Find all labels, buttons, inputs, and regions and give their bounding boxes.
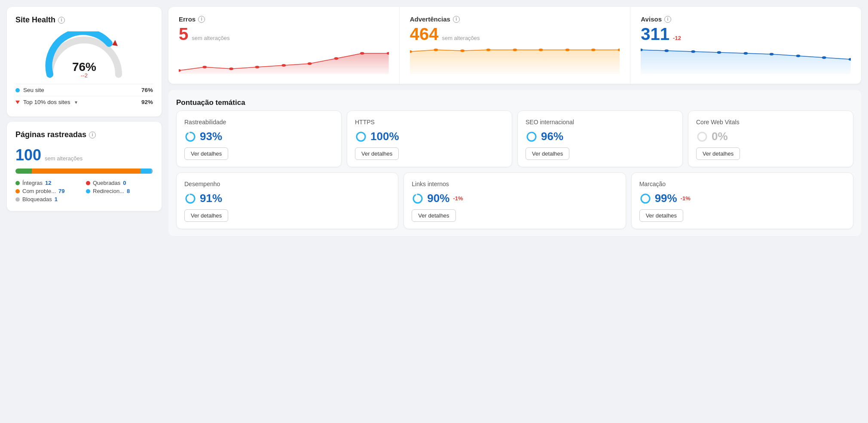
svg-point-9 bbox=[360, 52, 364, 55]
scores-top-row: Rastreabilidade 93% Ver detalhes HTTPS bbox=[176, 110, 853, 167]
score-marcacao: Marcação 99% -1% Ver detalhes bbox=[631, 172, 853, 229]
links-internos-value-row: 90% -1% bbox=[412, 192, 617, 205]
rastreabilidade-details-btn[interactable]: Ver detalhes bbox=[184, 147, 228, 160]
links-internos-title: Links internos bbox=[412, 181, 617, 187]
marcacao-percent: 99% bbox=[655, 192, 677, 205]
redirecionadas-label: Redirecion... bbox=[93, 188, 124, 194]
bloqueadas-dot bbox=[15, 197, 20, 202]
desempenho-title: Desempenho bbox=[184, 181, 390, 187]
legend-problemas: Com proble... 79 bbox=[15, 188, 83, 194]
svg-point-23 bbox=[665, 49, 669, 52]
legend-row-seu-site: Seu site 76% bbox=[15, 84, 153, 96]
advertencias-sub: sem alterações bbox=[442, 35, 480, 41]
site-health-info-icon[interactable]: i bbox=[58, 17, 65, 24]
avisos-label: Avisos i bbox=[641, 15, 851, 23]
legend-redirecionadas: Redirecion... 8 bbox=[86, 188, 153, 194]
svg-point-27 bbox=[770, 53, 774, 55]
core-web-vitals-title: Core Web Vitals bbox=[696, 119, 845, 126]
top-sites-icon bbox=[15, 101, 20, 104]
links-internos-percent: 90% bbox=[427, 192, 449, 205]
pages-info-icon[interactable]: i bbox=[89, 132, 96, 138]
links-internos-circle-icon bbox=[412, 193, 424, 205]
core-web-vitals-details-btn[interactable]: Ver detalhes bbox=[696, 147, 740, 160]
erros-sub: sem alterações bbox=[192, 35, 229, 41]
svg-point-34 bbox=[357, 132, 365, 141]
svg-point-7 bbox=[308, 62, 312, 65]
main-content: Erros i 5 sem alterações bbox=[168, 7, 861, 416]
links-internos-details-btn[interactable]: Ver detalhes bbox=[412, 209, 455, 222]
svg-point-43 bbox=[641, 194, 650, 203]
bar-integras bbox=[15, 169, 32, 174]
marcacao-delta: -1% bbox=[681, 195, 691, 202]
redirecionadas-dot bbox=[86, 189, 90, 193]
svg-point-39 bbox=[186, 194, 195, 203]
svg-point-3 bbox=[202, 66, 207, 68]
svg-point-17 bbox=[538, 49, 543, 51]
svg-point-8 bbox=[334, 57, 339, 60]
stat-avisos: Avisos i 311 -12 bbox=[630, 7, 861, 84]
seo-internacional-details-btn[interactable]: Ver detalhes bbox=[526, 147, 569, 160]
svg-point-28 bbox=[796, 55, 801, 57]
svg-point-14 bbox=[460, 49, 465, 52]
advertencias-info-icon[interactable]: i bbox=[453, 16, 460, 23]
desempenho-details-btn[interactable]: Ver detalhes bbox=[184, 209, 228, 222]
integras-value: 12 bbox=[45, 180, 51, 186]
rastreabilidade-percent: 93% bbox=[200, 130, 222, 143]
svg-point-32 bbox=[186, 132, 195, 141]
redirecionadas-value: 8 bbox=[127, 188, 130, 194]
score-links-internos: Links internos 90% -1% Ver detalhes bbox=[403, 172, 626, 229]
svg-point-19 bbox=[591, 49, 596, 51]
legend-bloqueadas: Bloqueadas 1 bbox=[15, 196, 83, 202]
seu-site-dot bbox=[15, 88, 20, 92]
avisos-number-row: 311 -12 bbox=[641, 25, 851, 44]
erros-chart bbox=[179, 48, 389, 74]
quebradas-value: 0 bbox=[123, 180, 126, 186]
legend-quebradas: Quebradas 0 bbox=[86, 180, 153, 186]
svg-point-26 bbox=[744, 52, 748, 55]
thematic-title: Pontuação temática bbox=[176, 97, 853, 110]
quebradas-dot bbox=[86, 181, 90, 185]
problemas-value: 79 bbox=[58, 188, 64, 194]
marcacao-circle-icon bbox=[639, 193, 651, 205]
integras-label: Íntegras bbox=[22, 180, 43, 186]
top-sites-value: 92% bbox=[141, 99, 153, 105]
svg-marker-11 bbox=[410, 50, 620, 74]
advertencias-number: 464 bbox=[410, 25, 439, 44]
https-details-btn[interactable]: Ver detalhes bbox=[355, 147, 399, 160]
desempenho-value-row: 91% bbox=[184, 192, 390, 205]
core-web-vitals-percent: 0% bbox=[712, 130, 728, 143]
seu-site-label: Seu site bbox=[23, 87, 44, 93]
svg-point-18 bbox=[565, 49, 569, 51]
svg-point-29 bbox=[822, 56, 826, 59]
top-sites-arrow: ▾ bbox=[75, 99, 77, 105]
https-percent: 100% bbox=[370, 130, 399, 143]
seo-internacional-circle-icon bbox=[526, 131, 538, 143]
avisos-delta: -12 bbox=[673, 35, 681, 41]
svg-point-13 bbox=[434, 49, 438, 51]
links-internos-delta: -1% bbox=[453, 195, 463, 202]
avisos-info-icon[interactable]: i bbox=[664, 16, 671, 23]
rastreabilidade-value-row: 93% bbox=[184, 130, 333, 143]
desempenho-percent: 91% bbox=[200, 192, 222, 205]
bar-redirecionadas bbox=[141, 169, 152, 174]
seu-site-value: 76% bbox=[141, 87, 153, 93]
bloqueadas-value: 1 bbox=[55, 196, 58, 202]
erros-info-icon[interactable]: i bbox=[198, 16, 205, 23]
pages-count-row: 100 sem alterações bbox=[15, 146, 153, 164]
top-stats-row: Erros i 5 sem alterações bbox=[168, 7, 861, 84]
pages-count: 100 bbox=[15, 146, 41, 164]
gauge-text: 76% --2 bbox=[72, 60, 96, 79]
svg-point-16 bbox=[513, 49, 517, 51]
legend-row-top-sites: Top 10% dos sites ▾ 92% bbox=[15, 96, 153, 108]
svg-point-5 bbox=[255, 66, 260, 68]
sidebar: Site Health i 76% --2 bbox=[7, 7, 162, 416]
site-health-card: Site Health i 76% --2 bbox=[7, 7, 162, 116]
https-title: HTTPS bbox=[355, 119, 504, 126]
score-rastreabilidade: Rastreabilidade 93% Ver detalhes bbox=[176, 110, 342, 167]
problemas-dot bbox=[15, 189, 20, 193]
scores-bottom-row: Desempenho 91% Ver detalhes Links intern… bbox=[176, 172, 853, 229]
pages-crawled-title: Páginas rastreadas i bbox=[15, 130, 153, 139]
score-https: HTTPS 100% Ver detalhes bbox=[347, 110, 512, 167]
svg-point-6 bbox=[281, 64, 286, 67]
marcacao-details-btn[interactable]: Ver detalhes bbox=[639, 209, 683, 222]
